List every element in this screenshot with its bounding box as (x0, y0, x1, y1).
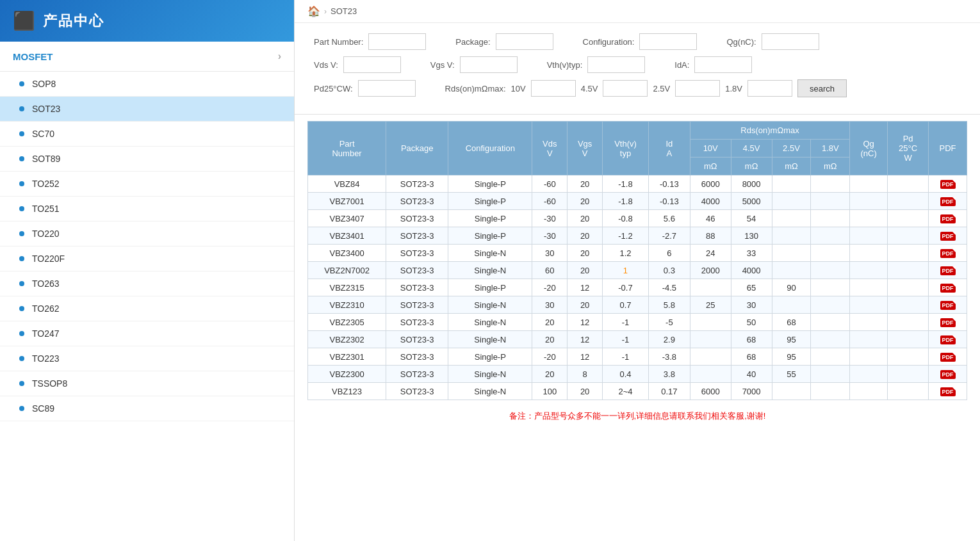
cell-r18 (811, 262, 850, 279)
pdf-icon[interactable]: PDF (940, 301, 956, 310)
cell-qg (850, 175, 888, 193)
home-icon[interactable]: 🏠 (307, 5, 320, 17)
rds-18v-input[interactable] (747, 80, 792, 97)
pdf-icon[interactable]: PDF (940, 249, 956, 258)
cell-pdf[interactable]: PDF (929, 314, 967, 331)
sidebar-item-to220[interactable]: TO220 (0, 222, 294, 246)
cell-r18 (811, 227, 850, 245)
cell-pdf[interactable]: PDF (929, 331, 967, 348)
ida-input[interactable] (694, 56, 752, 73)
cell-pdf[interactable]: PDF (929, 227, 967, 245)
cell-pdf[interactable]: PDF (929, 348, 967, 366)
cell-vth: -1 (603, 331, 649, 348)
cell-r25: 95 (772, 348, 811, 366)
cell-r45: 8000 (731, 175, 772, 193)
cell-r10 (690, 314, 731, 331)
breadcrumb: 🏠 › SOT23 (295, 0, 980, 23)
th-rds-10v-unit: mΩ (690, 157, 731, 175)
pd25-label: Pd25°CW: (314, 84, 353, 93)
sidebar-item-to247[interactable]: TO247 (0, 321, 294, 346)
pdf-icon[interactable]: PDF (940, 335, 956, 344)
rds-25v-input[interactable] (675, 80, 720, 97)
cell-package: SOT23-3 (386, 262, 448, 279)
pdf-icon[interactable]: PDF (940, 353, 956, 362)
table-row: VBZ2302SOT23-3Single-N2012-12.96895PDF (308, 331, 967, 348)
bullet-icon (19, 231, 24, 236)
th-qg: Qg(nC) (850, 122, 888, 175)
bullet-icon (19, 281, 24, 286)
sidebar-item-sc70[interactable]: SC70 (0, 122, 294, 147)
vds-input[interactable] (343, 56, 401, 73)
cell-r18 (811, 331, 850, 348)
cell-r25: 95 (772, 331, 811, 348)
sidebar-mosfet-arrow: › (278, 51, 281, 62)
sidebar-item-to263[interactable]: TO263 (0, 271, 294, 296)
package-label: Package: (455, 37, 490, 47)
configuration-input[interactable] (639, 33, 697, 50)
sidebar-item-to251[interactable]: TO251 (0, 197, 294, 222)
cell-id: 5.8 (648, 296, 690, 314)
pdf-icon[interactable]: PDF (940, 387, 956, 396)
cell-r18 (811, 314, 850, 331)
th-pd: Pd25°CW (888, 122, 929, 175)
pdf-icon[interactable]: PDF (940, 197, 956, 206)
sidebar-item-to220f[interactable]: TO220F (0, 246, 294, 271)
cell-config: Single-P (448, 210, 532, 227)
vgs-input[interactable] (460, 56, 518, 73)
cell-vds: -30 (532, 227, 568, 245)
cell-pdf[interactable]: PDF (929, 210, 967, 227)
cell-vth: 0.7 (603, 296, 649, 314)
cell-r10 (690, 279, 731, 296)
cell-vth: -0.7 (603, 279, 649, 296)
cell-r10: 24 (690, 245, 731, 262)
pdf-icon[interactable]: PDF (940, 232, 956, 241)
sidebar-item-to262[interactable]: TO262 (0, 296, 294, 321)
cell-config: Single-N (448, 262, 532, 279)
sidebar-item-to223[interactable]: TO223 (0, 346, 294, 371)
bullet-icon (19, 331, 24, 336)
rds-10v-input[interactable] (531, 80, 576, 97)
cell-pdf[interactable]: PDF (929, 175, 967, 193)
pdf-icon[interactable]: PDF (940, 318, 956, 327)
sidebar-item-tssop8[interactable]: TSSOP8 (0, 371, 294, 396)
sidebar-header: ⬛ 产品中心 (0, 0, 294, 42)
cell-pdf[interactable]: PDF (929, 366, 967, 383)
pdf-icon[interactable]: PDF (940, 370, 956, 379)
qg-input[interactable] (762, 33, 819, 50)
sidebar-item-to252[interactable]: TO252 (0, 172, 294, 197)
cell-id: 3.8 (648, 366, 690, 383)
sidebar-item-sop8[interactable]: SOP8 (0, 72, 294, 97)
package-input[interactable] (496, 33, 553, 50)
cell-pdf[interactable]: PDF (929, 262, 967, 279)
sidebar-item-sot23[interactable]: SOT23 (0, 97, 294, 122)
sidebar-mosfet-item[interactable]: MOSFET › (0, 42, 294, 72)
cell-r45: 65 (731, 279, 772, 296)
cell-config: Single-P (448, 348, 532, 366)
cell-pdf[interactable]: PDF (929, 296, 967, 314)
search-button[interactable]: search (797, 79, 847, 97)
pd25-input[interactable] (358, 80, 416, 97)
sidebar-item-sc89[interactable]: SC89 (0, 396, 294, 421)
sidebar-item-label: TO220F (32, 254, 65, 264)
pdf-icon[interactable]: PDF (940, 266, 956, 275)
cell-r45: 130 (731, 227, 772, 245)
qg-label: Qg(nC): (726, 37, 756, 47)
pdf-icon[interactable]: PDF (940, 180, 956, 189)
th-vds: VdsV (532, 122, 568, 175)
cell-pdf[interactable]: PDF (929, 193, 967, 210)
filter-area: Part Number: Package: Configuration: Qg(… (295, 23, 980, 115)
cell-pdf[interactable]: PDF (929, 383, 967, 400)
pdf-icon[interactable]: PDF (940, 214, 956, 223)
cell-id: -3.8 (648, 348, 690, 366)
product-center-icon: ⬛ (13, 10, 35, 31)
vth-input[interactable] (587, 56, 645, 73)
pdf-icon[interactable]: PDF (940, 284, 956, 293)
rds-45v-input[interactable] (603, 80, 648, 97)
cell-r18 (811, 383, 850, 400)
cell-vgs: 20 (568, 175, 603, 193)
cell-pdf[interactable]: PDF (929, 279, 967, 296)
cell-pdf[interactable]: PDF (929, 245, 967, 262)
part-number-input[interactable] (368, 33, 426, 50)
sidebar-item-sot89[interactable]: SOT89 (0, 147, 294, 172)
cell-id: 0.17 (648, 383, 690, 400)
